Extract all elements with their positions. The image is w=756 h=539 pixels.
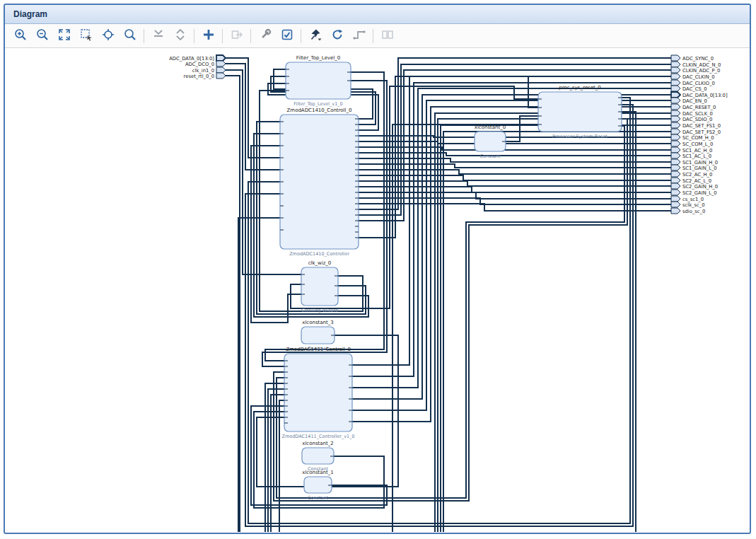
output-port[interactable] (671, 110, 680, 116)
output-port[interactable] (671, 196, 680, 202)
zoom-fit-icon (57, 28, 71, 44)
block-subtitle: Constant (308, 495, 329, 501)
wire[interactable] (226, 64, 280, 170)
input-port-label: clk_in1_0 (192, 68, 214, 74)
output-port[interactable] (671, 67, 680, 73)
output-port[interactable] (671, 183, 680, 189)
output-port-label: SC2_GAIN_L_0 (682, 190, 717, 196)
input-port-label: reset_rtl_0_0 (184, 74, 214, 79)
output-port[interactable] (671, 171, 680, 177)
search-button[interactable] (119, 26, 141, 45)
customize-block-button[interactable] (254, 26, 276, 45)
output-port-label: DAC_SDIO_0 (682, 117, 712, 122)
toolbar (5, 24, 750, 48)
input-port[interactable] (216, 61, 226, 66)
wire[interactable] (506, 116, 538, 141)
input-port[interactable] (216, 67, 226, 73)
output-port[interactable] (671, 74, 680, 79)
output-port[interactable] (671, 153, 680, 158)
output-port[interactable] (671, 178, 680, 183)
diagram-window: Diagram Filter_Top_Level_0Filter_Top_Lev… (4, 4, 751, 534)
expand-hierarchy-button[interactable] (169, 26, 191, 45)
output-port-label: SC1_GAIN_L_0 (682, 166, 717, 171)
output-port[interactable] (671, 165, 680, 170)
wire[interactable] (352, 88, 671, 388)
block-title: Filter_Top_Level_0 (296, 55, 341, 61)
output-port[interactable] (671, 202, 680, 207)
output-port[interactable] (671, 55, 680, 61)
pin-button[interactable] (304, 26, 326, 45)
block-clk_wiz_0[interactable] (301, 267, 338, 306)
toolbar-separator (250, 29, 251, 43)
wire[interactable] (352, 83, 671, 376)
expand-interfaces-icon (380, 28, 395, 44)
make-external-icon (230, 28, 244, 44)
zoom-to-selection-button[interactable] (75, 26, 97, 45)
wire[interactable] (226, 58, 280, 158)
wire[interactable] (352, 95, 671, 399)
toolbar-separator (144, 29, 144, 43)
optimize-routing-button[interactable] (348, 26, 370, 45)
block-title: xlconstant_3 (302, 320, 333, 325)
block-ZmodADC1410_Controll_0[interactable] (280, 115, 359, 249)
zoom-in-button[interactable] (9, 26, 31, 45)
validate-design-icon (280, 28, 294, 44)
diagram-canvas[interactable]: Filter_Top_Level_0Filter_Top_Level_v1_0Z… (5, 48, 750, 533)
output-port[interactable] (671, 159, 680, 165)
block-ZmodDAC1411_Controll_0[interactable] (284, 354, 352, 431)
output-port[interactable] (671, 147, 680, 153)
output-port-label: SC1_AC_H_0 (682, 148, 712, 153)
block-xlconstant_1[interactable] (304, 477, 332, 493)
block-proc_sys_reset_0[interactable] (538, 92, 622, 132)
output-port[interactable] (671, 122, 680, 128)
output-port-label: DAC_SCLK_0 (682, 111, 713, 117)
block-xlconstant_2[interactable] (302, 448, 334, 464)
input-port[interactable] (216, 73, 226, 79)
output-port[interactable] (671, 104, 680, 110)
output-port-label: DAC_RESET_0 (682, 105, 716, 110)
regenerate-layout-button[interactable] (326, 26, 348, 45)
block-diagram[interactable]: Filter_Top_Level_0Filter_Top_Level_v1_0Z… (5, 48, 750, 532)
block-xlconstant_3[interactable] (301, 327, 335, 344)
wire[interactable] (352, 107, 671, 422)
output-port-label: DAC_CS_0 (682, 86, 707, 92)
output-port[interactable] (671, 208, 680, 214)
expand-interfaces-button[interactable] (376, 26, 398, 45)
output-port[interactable] (671, 62, 680, 67)
block-title: xlconstant_0 (475, 124, 506, 130)
input-port[interactable] (216, 55, 226, 61)
output-port-label: SC_COM_H_0 (682, 135, 714, 141)
output-port[interactable] (671, 86, 680, 91)
output-port[interactable] (671, 129, 680, 134)
output-port[interactable] (671, 116, 680, 122)
output-port-label: CLKIN_ADC_N_0 (682, 62, 721, 68)
output-port-label: DAC_CLKIO_0 (682, 81, 715, 86)
validate-design-button[interactable] (276, 26, 298, 45)
output-port-label: SC2_GAIN_H_0 (682, 184, 718, 190)
block-xlconstant_0[interactable] (475, 132, 506, 151)
output-port[interactable] (671, 80, 680, 86)
zoom-fit-button[interactable] (53, 26, 75, 45)
output-port[interactable] (671, 134, 680, 140)
optimize-routing-icon (352, 28, 366, 44)
output-port[interactable] (671, 141, 680, 146)
output-port-label: sclk_sc_0 (682, 202, 705, 208)
block-Filter_Top_Level_0[interactable] (286, 62, 351, 99)
output-port-label: sdio_sc_0 (682, 209, 705, 214)
toolbar-separator (301, 29, 301, 43)
output-port-label: SC2_AC_H_0 (682, 172, 712, 178)
output-port[interactable] (671, 98, 680, 103)
add-ip-button[interactable] (197, 26, 219, 45)
fit-selection-button[interactable] (97, 26, 119, 45)
block-title: proc_sys_reset_0 (559, 85, 600, 91)
output-port[interactable] (671, 190, 680, 195)
output-port[interactable] (671, 92, 680, 98)
output-port-label: DAC_CLKIN_0 (682, 74, 715, 80)
block-title: ZmodDAC1411_Controll_0 (286, 347, 351, 352)
zoom-to-selection-icon (79, 28, 93, 44)
collapse-hierarchy-button[interactable] (147, 26, 169, 45)
expand-hierarchy-icon (173, 28, 187, 44)
make-external-button[interactable] (226, 26, 248, 45)
zoom-out-button[interactable] (31, 26, 53, 45)
regenerate-layout-icon (330, 28, 344, 44)
